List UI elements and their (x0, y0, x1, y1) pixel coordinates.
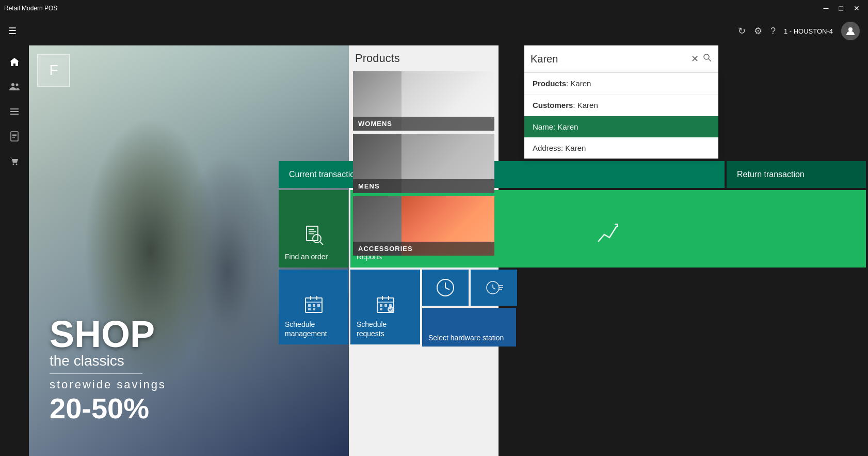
title-bar-controls: ─ □ ✕ (819, 2, 864, 14)
svg-rect-33 (380, 304, 382, 307)
refresh-icon[interactable]: ↻ (738, 25, 746, 37)
svg-line-13 (709, 59, 711, 61)
return-transaction-label: Return transaction (737, 170, 805, 179)
hero-savings-text: storewide savings (50, 378, 166, 391)
help-icon[interactable]: ? (770, 26, 776, 37)
search-wrapper: ✕ Products: Karen Customers: Karen (277, 45, 718, 159)
schedule-management-label: Schedule management (285, 320, 342, 338)
top-nav: ☰ ↻ ⚙ ? 1 - HOUSTON-4 (0, 17, 868, 45)
schedule-management-tile[interactable]: Schedule management (279, 270, 348, 344)
hero-percent-text: 20-50% (50, 391, 166, 425)
search-result-address[interactable]: Address: Karen (524, 137, 718, 159)
schedule-requests-tile[interactable]: Schedule requests (350, 270, 420, 344)
svg-point-1 (11, 83, 14, 86)
clock-tiles-column: Select hardware station (422, 270, 517, 347)
search-bar: ✕ (524, 45, 718, 72)
clock-in-tile[interactable] (422, 270, 469, 306)
current-transaction-tile[interactable]: Current transaction (279, 161, 725, 188)
search-result-name[interactable]: Name: Karen (524, 116, 718, 137)
top-nav-left: ☰ (8, 25, 17, 37)
mens-label: MENS (353, 179, 494, 193)
svg-point-12 (704, 54, 709, 59)
left-sidebar (0, 45, 29, 456)
svg-rect-17 (309, 233, 314, 234)
settings-icon[interactable]: ⚙ (754, 25, 762, 37)
search-go-button[interactable] (703, 53, 712, 65)
main-content: F SHOP the classics storewide savings 20… (29, 45, 868, 456)
svg-point-10 (13, 164, 14, 165)
sidebar-item-menu[interactable] (4, 101, 25, 122)
hero-f-tile: F (37, 54, 70, 87)
svg-line-19 (320, 242, 323, 245)
user-avatar[interactable] (841, 22, 860, 40)
svg-line-43 (493, 288, 495, 289)
title-bar: Retail Modern POS ─ □ ✕ (0, 0, 868, 17)
svg-rect-3 (10, 108, 19, 109)
svg-rect-5 (10, 114, 19, 115)
svg-rect-15 (309, 229, 314, 230)
svg-line-40 (445, 288, 449, 290)
hero-text: SHOP the classics storewide savings 20-5… (50, 316, 166, 425)
content-area: F SHOP the classics storewide savings 20… (0, 45, 868, 456)
clock-list-tile[interactable] (471, 270, 517, 306)
sidebar-item-orders[interactable] (4, 126, 25, 147)
svg-rect-7 (12, 134, 17, 135)
sidebar-item-customers[interactable] (4, 76, 25, 97)
search-products-category[interactable]: Products: Karen (524, 73, 718, 95)
find-order-icon (285, 223, 342, 248)
svg-rect-34 (384, 304, 387, 307)
accessories-label: ACCESSORIES (353, 242, 494, 256)
select-hardware-station-label: Select hardware station (428, 333, 504, 342)
store-info: 1 - HOUSTON-4 (784, 27, 833, 35)
top-nav-right: ↻ ⚙ ? 1 - HOUSTON-4 (738, 22, 860, 40)
svg-point-0 (848, 27, 853, 32)
minimize-button[interactable]: ─ (819, 2, 833, 14)
svg-point-2 (16, 84, 19, 86)
title-bar-left: Retail Modern POS (4, 5, 57, 12)
product-accessories-card[interactable]: ACCESSORIES (353, 196, 494, 256)
schedule-requests-label: Schedule requests (357, 320, 414, 338)
svg-rect-25 (313, 304, 315, 307)
search-input[interactable] (531, 53, 687, 65)
svg-point-18 (313, 234, 321, 243)
hero-shop-text: SHOP (50, 316, 166, 353)
svg-rect-24 (308, 304, 311, 307)
sidebar-item-home[interactable] (4, 52, 25, 72)
select-hardware-station-tile[interactable]: Select hardware station (422, 308, 516, 347)
svg-rect-26 (317, 304, 320, 307)
svg-rect-28 (313, 308, 315, 310)
clock-row (422, 270, 517, 306)
svg-point-11 (16, 164, 18, 165)
hamburger-icon[interactable]: ☰ (8, 25, 17, 37)
svg-rect-16 (309, 231, 316, 232)
svg-rect-6 (11, 132, 18, 141)
window-title: Retail Modern POS (4, 5, 57, 12)
search-dropdown: Products: Karen Customers: Karen Name: K… (524, 72, 718, 159)
hero-divider (50, 373, 142, 374)
return-transaction-tile[interactable]: Return transaction (727, 161, 866, 188)
current-transaction-label: Current transaction (289, 170, 359, 179)
maximize-button[interactable]: □ (835, 2, 847, 14)
search-customers-category[interactable]: Customers: Karen (524, 95, 718, 116)
svg-rect-9 (12, 137, 15, 138)
tiles-bottom-row: Schedule management (279, 270, 866, 347)
search-clear-button[interactable]: ✕ (691, 53, 699, 65)
svg-rect-8 (12, 135, 17, 136)
close-button[interactable]: ✕ (849, 2, 864, 14)
hero-subtitle: the classics (50, 353, 166, 369)
schedule-requests-icon (357, 293, 414, 316)
sidebar-item-cart[interactable] (4, 151, 25, 171)
app-container: ☰ ↻ ⚙ ? 1 - HOUSTON-4 (0, 17, 868, 456)
svg-rect-36 (380, 308, 382, 310)
schedule-mgmt-icon (285, 293, 342, 316)
find-an-order-tile[interactable]: Find an order (279, 190, 348, 268)
svg-rect-27 (308, 308, 311, 310)
find-an-order-label: Find an order (285, 252, 328, 261)
svg-rect-4 (10, 111, 19, 112)
